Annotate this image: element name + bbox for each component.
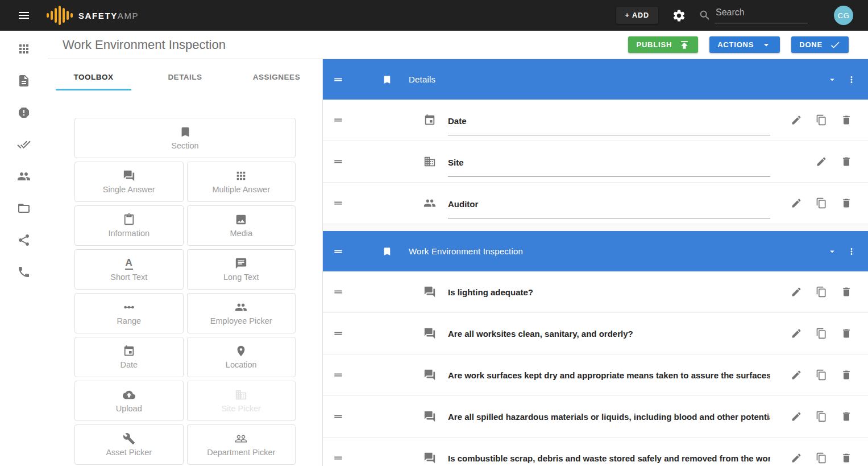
tool-range[interactable]: Range — [74, 293, 184, 333]
edit-icon[interactable] — [816, 156, 827, 167]
section-header: Work Environment Inspection — [323, 231, 868, 271]
tool-upload[interactable]: Upload — [74, 381, 184, 421]
edit-icon[interactable] — [791, 328, 802, 339]
phone-icon[interactable] — [17, 265, 31, 279]
people-icon — [423, 197, 436, 209]
publish-button[interactable]: PUBLISH — [628, 36, 698, 53]
copy-icon[interactable] — [816, 114, 827, 126]
collapse-icon[interactable] — [827, 246, 837, 257]
edit-icon[interactable] — [791, 286, 802, 298]
delete-icon[interactable] — [841, 411, 852, 422]
edit-icon[interactable] — [791, 452, 802, 464]
edit-icon[interactable] — [791, 197, 802, 209]
building-icon — [423, 155, 436, 168]
drag-handle-icon[interactable] — [333, 246, 344, 257]
tool-date[interactable]: Date — [74, 337, 184, 377]
delete-icon[interactable] — [841, 369, 852, 381]
panel-tabs: TOOLBOX DETAILS ASSIGNEES — [48, 59, 322, 90]
menu-icon[interactable] — [17, 9, 31, 22]
tab-assignees[interactable]: ASSIGNEES — [231, 59, 322, 90]
delete-icon[interactable] — [841, 197, 852, 209]
check-icon — [829, 39, 841, 51]
more-vert-icon[interactable] — [846, 75, 857, 85]
drag-handle-icon[interactable] — [333, 369, 344, 381]
share-icon[interactable] — [17, 233, 31, 247]
tab-toolbox[interactable]: TOOLBOX — [48, 59, 139, 90]
drag-handle-icon[interactable] — [333, 197, 344, 209]
tool-section[interactable]: Section — [74, 118, 296, 158]
copy-icon[interactable] — [816, 286, 827, 298]
drag-handle-icon[interactable] — [333, 411, 344, 422]
add-button[interactable]: + ADD — [616, 7, 658, 24]
tool-information[interactable]: Information — [74, 205, 184, 246]
tool-asset-picker[interactable]: Asset Picker — [74, 424, 184, 465]
drag-handle-icon[interactable] — [333, 286, 344, 298]
wrench-icon — [123, 432, 135, 445]
drag-handle-icon[interactable] — [333, 452, 344, 464]
question-label: Are work surfaces kept dry and appropria… — [448, 370, 770, 380]
field-label: Auditor — [448, 199, 770, 218]
publish-icon — [679, 39, 690, 51]
field-row-auditor: Auditor — [323, 183, 868, 224]
tool-short-text[interactable]: A Short Text — [74, 249, 184, 290]
document-icon[interactable] — [17, 74, 31, 88]
forum-icon — [123, 170, 135, 182]
incident-report-icon[interactable] — [17, 106, 31, 119]
delete-icon[interactable] — [841, 156, 852, 167]
copy-icon[interactable] — [816, 369, 827, 381]
tool-employee-picker[interactable]: Employee Picker — [187, 293, 296, 333]
copy-icon[interactable] — [816, 328, 827, 339]
bookmark-icon — [179, 126, 192, 138]
clipboard-icon — [123, 213, 135, 226]
question-label: Is combustible scrap, debris and waste s… — [448, 453, 770, 463]
bookmark-icon — [382, 75, 392, 85]
delete-icon[interactable] — [841, 286, 852, 298]
avatar[interactable]: CG — [834, 6, 853, 25]
field-label: Date — [448, 116, 770, 135]
gear-icon[interactable] — [672, 9, 686, 23]
letter-a-icon: A — [125, 257, 133, 270]
field-label: Site — [448, 158, 770, 177]
delete-icon[interactable] — [841, 114, 852, 126]
forum-icon — [423, 286, 436, 298]
folder-icon[interactable] — [17, 201, 31, 215]
edit-icon[interactable] — [791, 411, 802, 422]
people-icon[interactable] — [17, 170, 31, 183]
tool-media[interactable]: Media — [187, 205, 296, 246]
done-all-icon[interactable] — [17, 138, 31, 151]
apps-grid-icon[interactable] — [17, 42, 31, 56]
copy-icon[interactable] — [816, 197, 827, 209]
more-vert-icon[interactable] — [846, 246, 857, 257]
delete-icon[interactable] — [841, 328, 852, 339]
search-input[interactable] — [715, 7, 808, 23]
edit-icon[interactable] — [791, 114, 802, 126]
page-header: Work Environment Inspection PUBLISH ACTI… — [48, 31, 868, 59]
copy-icon[interactable] — [816, 411, 827, 422]
location-pin-icon — [235, 345, 247, 357]
search-icon — [699, 9, 711, 22]
tool-single-answer[interactable]: Single Answer — [74, 162, 184, 202]
delete-icon[interactable] — [841, 452, 852, 464]
builder-side-panel: TOOLBOX DETAILS ASSIGNEES Section Single… — [48, 59, 323, 466]
tool-long-text[interactable]: Long Text — [187, 249, 296, 290]
drag-handle-icon[interactable] — [333, 156, 344, 167]
drag-handle-icon[interactable] — [333, 74, 344, 85]
forum-icon — [423, 410, 436, 423]
tool-department-picker[interactable]: Department Picker — [187, 424, 296, 465]
section-title: Details — [409, 75, 435, 84]
copy-icon[interactable] — [816, 452, 827, 464]
nav-rail — [0, 31, 48, 466]
edit-icon[interactable] — [791, 369, 802, 381]
collapse-icon[interactable] — [827, 75, 837, 85]
actions-button[interactable]: ACTIONS — [709, 36, 780, 53]
people-outline-icon — [235, 432, 247, 445]
section-header: Details — [323, 59, 868, 100]
tab-details[interactable]: DETAILS — [139, 59, 231, 90]
done-button[interactable]: DONE — [791, 36, 849, 53]
drag-handle-icon[interactable] — [333, 328, 344, 339]
drag-handle-icon[interactable] — [333, 114, 344, 126]
logo-waveform-icon — [47, 5, 73, 26]
tool-location[interactable]: Location — [187, 337, 296, 377]
forum-icon — [423, 369, 436, 381]
tool-multiple-answer[interactable]: Multiple Answer — [187, 162, 296, 202]
